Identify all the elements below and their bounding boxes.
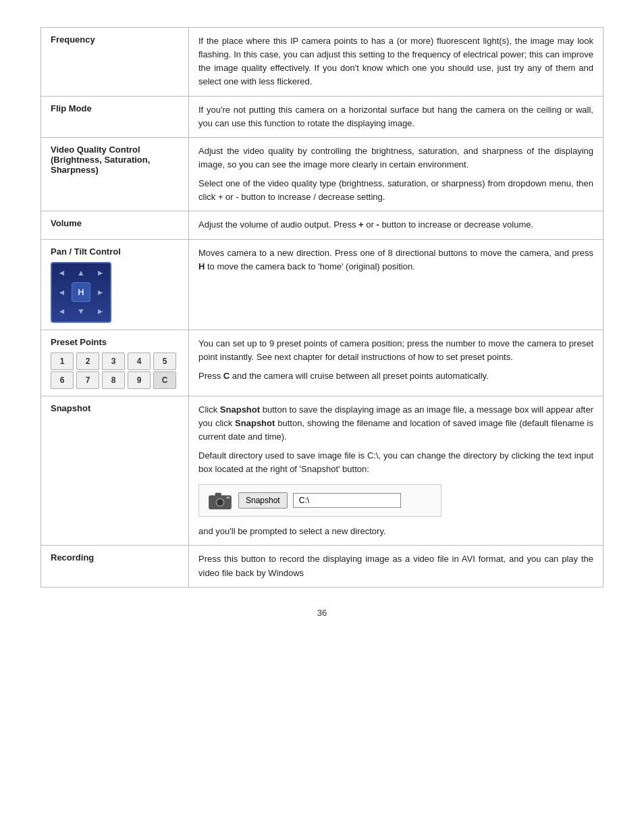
pan-tilt-right-btn[interactable]: ► (90, 282, 110, 302)
video-quality-desc: Adjust the video quality by controlling … (189, 137, 603, 211)
preset-btn-6[interactable]: 6 (51, 371, 74, 389)
preset-points-label: Preset Points 1 2 3 4 5 6 7 8 9 C (41, 330, 189, 396)
svg-rect-3 (215, 493, 221, 496)
pan-tilt-desc: Moves camera to a new direction. Press o… (189, 239, 603, 330)
flip-mode-desc: If you're not putting this camera on a h… (189, 96, 603, 137)
video-quality-label: Video Quality Control (Brightness, Satur… (41, 137, 189, 211)
svg-rect-4 (226, 497, 230, 499)
preset-btn-8[interactable]: 8 (102, 371, 125, 389)
preset-btn-2[interactable]: 2 (76, 353, 99, 370)
camera-icon (207, 490, 233, 511)
pan-tilt-left-btn[interactable]: ◄ (52, 282, 72, 302)
pan-tilt-up-btn[interactable]: ▲ (72, 263, 91, 283)
frequency-desc: If the place where this IP camera points… (189, 28, 603, 97)
table-row: Snapshot Click Snapshot button to save t… (41, 396, 603, 546)
snapshot-path-input[interactable] (293, 493, 401, 508)
pan-tilt-down-right-btn[interactable]: ► (90, 302, 110, 321)
frequency-label: Frequency (41, 28, 189, 97)
svg-point-2 (217, 499, 223, 505)
preset-btn-5[interactable]: 5 (153, 353, 176, 370)
preset-btn-3[interactable]: 3 (102, 353, 125, 370)
recording-desc: Press this button to record the displayi… (189, 546, 603, 587)
snapshot-label: Snapshot (41, 396, 189, 546)
volume-desc: Adjust the volume of audio output. Press… (189, 211, 603, 239)
preset-btn-7[interactable]: 7 (76, 371, 99, 389)
table-row: Frequency If the place where this IP cam… (41, 28, 603, 97)
snapshot-button[interactable]: Snapshot (238, 492, 288, 509)
pan-tilt-up-left-btn[interactable]: ◄ (52, 263, 72, 283)
preset-points-widget: 1 2 3 4 5 6 7 8 9 C (51, 353, 179, 389)
page-container: Frequency If the place where this IP cam… (0, 0, 644, 658)
table-row: Volume Adjust the volume of audio output… (41, 211, 603, 239)
preset-btn-9[interactable]: 9 (128, 371, 151, 389)
pan-tilt-label: Pan / Tilt Control ◄ ▲ ► ◄ H ► ◄ ▼ ► (41, 239, 189, 330)
snapshot-desc: Click Snapshot button to save the displa… (189, 396, 603, 546)
pan-tilt-widget: ◄ ▲ ► ◄ H ► ◄ ▼ ► (51, 262, 111, 323)
recording-label: Recording (41, 546, 189, 587)
preset-btn-c[interactable]: C (153, 371, 176, 389)
preset-points-desc: You can set up to 9 preset points of cam… (189, 330, 603, 396)
pan-tilt-down-left-btn[interactable]: ◄ (52, 302, 72, 321)
table-row: Pan / Tilt Control ◄ ▲ ► ◄ H ► ◄ ▼ ► (41, 239, 603, 330)
page-number: 36 (41, 608, 603, 618)
preset-btn-4[interactable]: 4 (128, 353, 151, 370)
content-table: Frequency If the place where this IP cam… (41, 27, 603, 588)
table-row: Preset Points 1 2 3 4 5 6 7 8 9 C (41, 330, 603, 396)
pan-tilt-up-right-btn[interactable]: ► (90, 263, 110, 283)
snapshot-widget: Snapshot (198, 484, 441, 517)
table-row: Recording Press this button to record th… (41, 546, 603, 587)
pan-tilt-down-btn[interactable]: ▼ (72, 302, 91, 321)
pan-tilt-home-btn[interactable]: H (72, 282, 91, 302)
volume-label: Volume (41, 211, 189, 239)
table-row: Flip Mode If you're not putting this cam… (41, 96, 603, 137)
table-row: Video Quality Control (Brightness, Satur… (41, 137, 603, 211)
flip-mode-label: Flip Mode (41, 96, 189, 137)
preset-btn-1[interactable]: 1 (51, 353, 74, 370)
